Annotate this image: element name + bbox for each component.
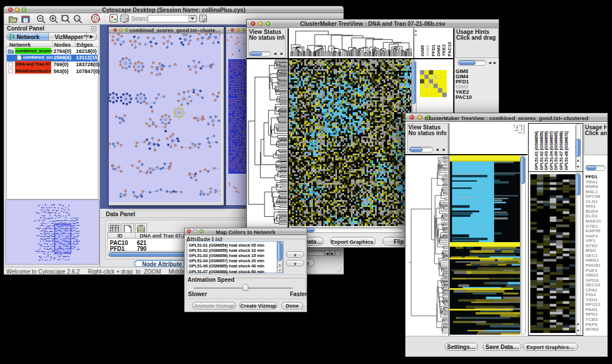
svg-text:1:1: 1:1: [75, 17, 79, 21]
